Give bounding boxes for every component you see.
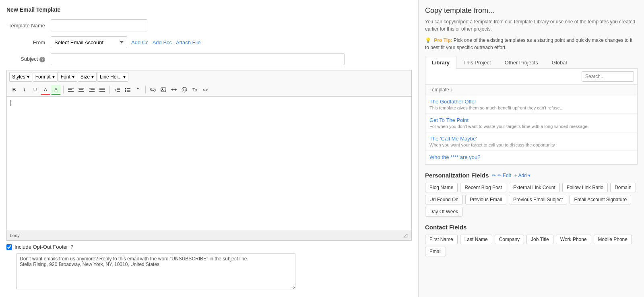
status-bar-text: body: [10, 233, 20, 238]
template-item-title-3: Who the **** are you?: [429, 154, 633, 160]
right-desc: You can copy/import a template from our …: [425, 18, 638, 33]
align-right-icon: [89, 87, 95, 92]
svg-point-27: [182, 87, 187, 92]
personalization-section-title: Personalization Fields ✏ ✏ Edit + Add ▾: [425, 172, 638, 179]
template-name-row: Template Name: [6, 19, 412, 31]
add-bcc-button[interactable]: Add Bcc: [153, 39, 172, 45]
from-label: From: [6, 39, 51, 45]
size-dropdown[interactable]: Size ▾: [78, 72, 97, 82]
align-right-button[interactable]: [87, 85, 97, 95]
left-panel: New Email Template Template Name From Se…: [0, 0, 419, 297]
opt-out-help-icon[interactable]: ?: [70, 244, 73, 250]
hr-button[interactable]: [169, 85, 179, 95]
personalization-fields: Blog Name Recent Blog Post External Link…: [425, 183, 638, 217]
separator-1: [63, 86, 64, 94]
attach-file-button[interactable]: Attach File: [176, 39, 200, 45]
styles-dropdown[interactable]: Styles ▾: [9, 72, 32, 82]
opt-out-checkbox[interactable]: [6, 244, 12, 250]
subject-input[interactable]: [51, 53, 345, 65]
unordered-list-button[interactable]: [123, 85, 132, 95]
pro-tip-icon: 💡: [425, 37, 431, 43]
add-fields-button[interactable]: + Add ▾: [514, 173, 530, 178]
field-previous-email[interactable]: Previous Email: [465, 195, 506, 204]
field-previous-email-subject[interactable]: Previous Email Subject: [509, 195, 567, 204]
field-follow-link-ratio[interactable]: Follow Link Ratio: [562, 183, 608, 192]
blockquote-button[interactable]: ": [133, 85, 143, 95]
template-search-row: [425, 69, 638, 85]
field-url-found-on[interactable]: Url Found On: [425, 195, 463, 204]
right-title: Copy template from...: [425, 6, 638, 15]
subject-help-icon[interactable]: ?: [39, 57, 45, 62]
link-button[interactable]: [148, 85, 158, 95]
field-mobile-phone[interactable]: Mobile Phone: [594, 235, 632, 244]
image-button[interactable]: [159, 85, 168, 95]
add-cc-button[interactable]: Add Cc: [131, 39, 149, 45]
image-icon: [161, 87, 166, 92]
field-last-name[interactable]: Last Name: [460, 235, 492, 244]
panel-title: New Email Template: [6, 6, 412, 13]
svg-text:1.: 1.: [114, 88, 118, 92]
field-recent-blog-post[interactable]: Recent Blog Post: [460, 183, 506, 192]
template-item-0[interactable]: The Godfather Offer This template gives …: [425, 95, 637, 114]
format-dropdown[interactable]: Format ▾: [33, 72, 58, 82]
opt-out-textarea[interactable]: Don't want emails from us anymore? Reply…: [16, 253, 295, 289]
line-height-dropdown[interactable]: Line Hei... ▾: [97, 72, 128, 82]
underline-button[interactable]: U: [30, 85, 40, 95]
template-item-title-1: Get To The Point: [429, 117, 633, 123]
resize-handle[interactable]: ⊿: [403, 231, 408, 239]
font-dropdown[interactable]: Font ▾: [58, 72, 77, 82]
font-color-button[interactable]: A: [41, 85, 50, 95]
field-domain[interactable]: Domain: [610, 183, 636, 192]
field-job-title[interactable]: Job Title: [526, 235, 553, 244]
subject-row: Subject ?: [6, 53, 412, 65]
tab-global[interactable]: Global: [545, 56, 574, 69]
template-item-1[interactable]: Get To The Point For when you don't want…: [425, 114, 637, 132]
justify-button[interactable]: [97, 85, 107, 95]
template-item-title-2: The 'Call Me Maybe': [429, 136, 633, 142]
tab-library[interactable]: Library: [425, 56, 456, 69]
template-tabs: Library This Project Other Projects Glob…: [425, 56, 638, 69]
edit-fields-button[interactable]: ✏ ✏ Edit: [492, 173, 511, 178]
field-email-account-signature[interactable]: Email Account Signature: [570, 195, 631, 204]
clear-format-button[interactable]: Tx: [190, 85, 200, 95]
template-item-3[interactable]: Who the **** are you?: [425, 151, 637, 164]
bold-button[interactable]: B: [9, 85, 19, 95]
personalization-title-text: Personalization Fields: [425, 172, 489, 179]
template-name-label: Template Name: [6, 23, 51, 29]
template-item-desc-1: For when you don't want to waste your ta…: [429, 124, 633, 129]
align-left-button[interactable]: [66, 85, 76, 95]
template-item-desc-0: This template gives them so much benefit…: [429, 105, 633, 110]
template-search-input[interactable]: [582, 71, 634, 82]
ordered-list-icon: 1.: [114, 87, 120, 92]
editor-status-bar: body ⊿: [6, 230, 412, 241]
align-center-button[interactable]: [76, 85, 86, 95]
separator-2: [109, 86, 110, 94]
pencil-icon: ✏: [492, 173, 496, 178]
emoji-icon: [182, 87, 187, 93]
svg-point-29: [185, 89, 186, 90]
field-company[interactable]: Company: [495, 235, 524, 244]
tab-other-projects[interactable]: Other Projects: [498, 56, 545, 69]
pro-tip-text: Pick one of the existing templates as a …: [425, 37, 632, 50]
editor-toolbar-format: B I U A A 1.: [6, 83, 412, 96]
field-external-link-count[interactable]: External Link Count: [509, 183, 560, 192]
link-icon: [150, 87, 156, 92]
editor-body[interactable]: [6, 96, 412, 230]
ordered-list-button[interactable]: 1.: [112, 85, 122, 95]
source-button[interactable]: <>: [200, 85, 210, 95]
emoji-button[interactable]: [180, 85, 189, 95]
field-first-name[interactable]: First Name: [425, 235, 458, 244]
field-day-of-week[interactable]: Day Of Week: [425, 207, 462, 217]
italic-button[interactable]: I: [20, 85, 29, 95]
from-row: From Select Email Account Add Cc Add Bcc…: [6, 36, 412, 48]
from-select[interactable]: Select Email Account: [51, 36, 127, 48]
field-blog-name[interactable]: Blog Name: [425, 183, 458, 192]
field-email[interactable]: Email: [425, 247, 446, 256]
field-work-phone[interactable]: Work Phone: [556, 235, 591, 244]
tab-this-project[interactable]: This Project: [456, 56, 498, 69]
bg-color-button[interactable]: A: [51, 85, 61, 95]
template-item-2[interactable]: The 'Call Me Maybe' When you want your t…: [425, 132, 637, 151]
justify-icon: [99, 87, 105, 92]
template-name-input[interactable]: [51, 19, 147, 31]
opt-out-label: Include Opt-Out Footer: [14, 244, 68, 250]
